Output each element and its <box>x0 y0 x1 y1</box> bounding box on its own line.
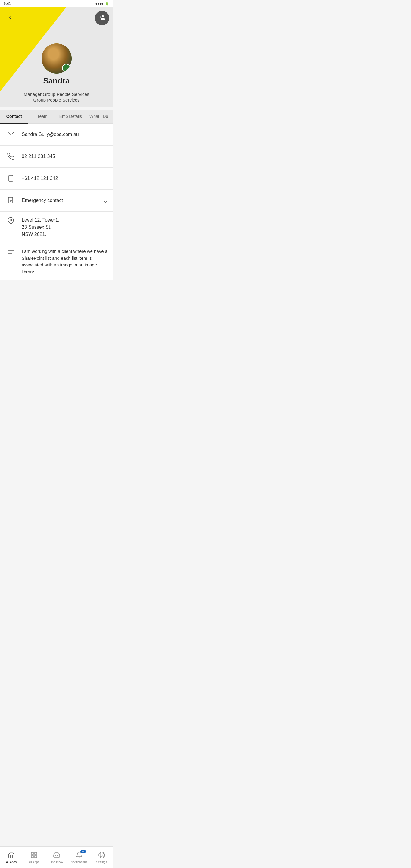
status-time: 9:41 <box>4 1 11 6</box>
avatar: IN <box>41 43 72 73</box>
tab-team[interactable]: Team <box>28 110 57 123</box>
profile-department: Group People Services <box>5 97 108 102</box>
tabs-bar: Contact Team Emp Details What I Do <box>0 110 113 124</box>
emergency-contact-row[interactable]: Emergency contact ⌄ <box>0 190 113 212</box>
emergency-label: Emergency contact <box>22 198 103 203</box>
notes-icon <box>5 248 17 260</box>
email-row[interactable]: Sandra.Sully@cba.com.au <box>0 124 113 146</box>
status-signal: ●●●● <box>95 2 103 5</box>
phone-icon <box>5 150 17 162</box>
profile-info: Manager Group People Services Group Peop… <box>0 92 113 107</box>
add-person-icon <box>99 14 105 22</box>
location-icon <box>5 216 17 228</box>
notes-text: I am working with a client where we have… <box>22 248 108 275</box>
email-value: Sandra.Sully@cba.com.au <box>22 132 108 137</box>
mobile-icon <box>5 173 17 184</box>
profile-name-hero: Sandra <box>0 76 113 86</box>
back-arrow-icon: ‹ <box>9 13 11 22</box>
status-battery: 🔋 <box>105 2 109 6</box>
profile-title: Manager Group People Services <box>5 92 108 97</box>
avatar-container: IN <box>41 43 72 73</box>
notes-row: I am working with a client where we have… <box>0 243 113 280</box>
svg-rect-3 <box>8 197 13 203</box>
phone-row[interactable]: 02 211 231 345 <box>0 146 113 167</box>
phone-value: 02 211 231 345 <box>22 154 108 159</box>
tab-contact[interactable]: Contact <box>0 110 28 123</box>
emergency-icon <box>5 194 17 207</box>
status-bar: 9:41 ●●●● 🔋 <box>0 0 113 7</box>
expand-icon: ⌄ <box>103 197 108 204</box>
mobile-row[interactable]: +61 412 121 342 <box>0 167 113 190</box>
hero-section: ‹ IN Sandra <box>0 7 113 92</box>
tab-emp-details[interactable]: Emp Details <box>57 110 85 123</box>
svg-point-8 <box>10 219 12 221</box>
email-icon <box>5 128 17 141</box>
add-contact-button[interactable] <box>95 11 109 25</box>
contact-tab-content: Sandra.Sully@cba.com.au 02 211 231 345 +… <box>0 124 113 304</box>
contact-list: Sandra.Sully@cba.com.au 02 211 231 345 +… <box>0 124 113 280</box>
back-button[interactable]: ‹ <box>5 12 16 23</box>
location-row: Level 12, Tower1,23 Sussex St,NSW 2021. <box>0 212 113 243</box>
mobile-value: +61 412 121 342 <box>22 176 108 181</box>
avatar-status-text: IN <box>65 67 67 70</box>
avatar-status-badge: IN <box>62 64 70 72</box>
location-value: Level 12, Tower1,23 Sussex St,NSW 2021. <box>22 216 59 238</box>
tab-what-i-do[interactable]: What I Do <box>84 110 113 123</box>
